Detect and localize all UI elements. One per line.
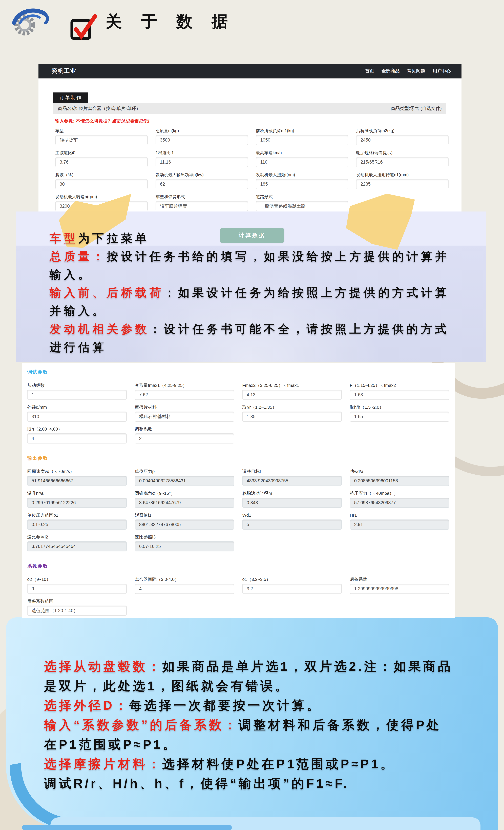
field-label: 爬坡（%） bbox=[55, 172, 148, 178]
note-text-segment: 车型 bbox=[49, 232, 78, 245]
field-input[interactable]: 选值范围（1.20-1.40） bbox=[27, 606, 127, 616]
field-label: 取h（2.00~4.00） bbox=[27, 426, 127, 432]
note-line: 总质量：按设计任务书给的填写，如果没给按上方提供的计算并 bbox=[49, 247, 473, 265]
field-output: 5 bbox=[242, 519, 342, 530]
section-title: 调试参数 bbox=[27, 369, 455, 375]
note-line: 并输入。 bbox=[49, 301, 473, 320]
note-text-segment: 是双片，此处选1，图纸就会有错误。 bbox=[44, 679, 290, 693]
field-output: 6.07-16.25 bbox=[135, 541, 234, 551]
note-text-segment: 调试R/r、H/h、h、f，使得“输出项”的F1≈F. bbox=[44, 776, 349, 790]
form-field: F（1.15-4.25）＜fmax21.63 bbox=[350, 383, 449, 400]
field-input[interactable]: 7.62 bbox=[135, 390, 234, 400]
form-field: δ2（9~10）9 bbox=[27, 577, 127, 594]
field-input[interactable]: 11.16 bbox=[156, 157, 248, 167]
product-info-bar: 商品名称: 膜片离合器（拉式-单片-单环） 商品类型:零售 (自选文件) bbox=[53, 103, 446, 114]
field-label: 车型和弹簧形式 bbox=[156, 194, 248, 199]
field-input[interactable]: 9 bbox=[27, 584, 127, 594]
note-text-segment: 选择摩擦片材料： bbox=[44, 757, 162, 771]
field-input[interactable]: 一般沥青路或混凝土路 bbox=[256, 201, 348, 211]
field-input[interactable]: 1.63 bbox=[350, 390, 449, 400]
form-field: 圆锥底角α（9~15°）8.647861692447679 bbox=[135, 490, 234, 508]
app-navbar: 奕帆工业 首页全部商品常见问题用户中心 bbox=[38, 64, 462, 79]
note-text-segment: 输入前、后桥载荷 bbox=[49, 286, 164, 299]
form-field: 前桥满载负荷m1(kg)1050 bbox=[256, 128, 348, 145]
form-field: 圆周速度vd（＜70m/s）51.91466666666667 bbox=[27, 469, 127, 486]
product-type-label: 商品类型:零售 (自选文件) bbox=[391, 105, 442, 111]
form-field: 后备系数范围选值范围（1.20-1.40） bbox=[27, 599, 127, 616]
field-input[interactable]: 3.76 bbox=[55, 157, 148, 167]
note-text-segment: 为下拉菜单 bbox=[78, 232, 149, 245]
field-input[interactable]: 2 bbox=[135, 434, 234, 444]
form-field: 1档速比i111.16 bbox=[156, 150, 248, 167]
field-output: 0.2997019956122226 bbox=[27, 498, 127, 508]
field-label: F（1.15-4.25）＜fmax2 bbox=[350, 383, 449, 388]
page-title: 关 于 数 据 bbox=[105, 11, 235, 33]
field-label: 外径d/mm bbox=[27, 405, 127, 410]
field-output: 0.343 bbox=[242, 498, 342, 508]
field-input[interactable]: 4 bbox=[27, 434, 127, 444]
product-name-label: 商品名称: 膜片离合器（拉式-单片-单环） bbox=[58, 105, 141, 111]
field-input[interactable]: 2285 bbox=[356, 179, 448, 189]
nav-link[interactable]: 常见问题 bbox=[407, 68, 425, 74]
navbar-brand[interactable]: 奕帆工业 bbox=[38, 67, 76, 75]
field-label: 离合器间隙（3.0-4.0） bbox=[135, 577, 234, 582]
field-input[interactable]: 3.2 bbox=[242, 584, 342, 594]
field-input[interactable]: 1050 bbox=[256, 135, 348, 145]
note-line: 车型为下拉菜单 bbox=[49, 229, 473, 247]
form-field: 后备系数1.2999999999999998 bbox=[350, 577, 449, 594]
field-label: Wd1 bbox=[242, 512, 342, 518]
checkbox-check-icon bbox=[69, 12, 99, 42]
parameter-grid: 圆周速度vd（＜70m/s）51.91466666666667单位压力p0.09… bbox=[27, 469, 455, 556]
nav-link[interactable]: 首页 bbox=[365, 68, 374, 74]
field-label: 后备系数范围 bbox=[27, 599, 127, 604]
nav-link[interactable]: 用户中心 bbox=[433, 68, 451, 74]
nav-link[interactable]: 全部商品 bbox=[381, 68, 400, 74]
field-input[interactable]: 3500 bbox=[156, 135, 248, 145]
note-text-segment: ：设计任务书可能不全，请按照上方提供的方式 bbox=[149, 322, 449, 335]
note-text-segment: 并输入。 bbox=[49, 304, 107, 317]
field-input[interactable]: 轿车膜片弹簧 bbox=[156, 201, 248, 211]
tab-order-create[interactable]: 订单制作 bbox=[53, 92, 88, 103]
field-input[interactable]: 模压石棉基材料 bbox=[135, 412, 234, 422]
field-input[interactable]: 1.35 bbox=[242, 412, 342, 422]
form-field: 挤压应力（＜40mpa））57.09876543209877 bbox=[350, 490, 449, 508]
form-field: 轮胎滚动半径m0.343 bbox=[242, 490, 342, 508]
field-label: Hr1 bbox=[350, 512, 449, 518]
form-field: 爬坡（%）30 bbox=[55, 172, 148, 189]
field-input[interactable]: 215/65R16 bbox=[356, 157, 448, 167]
field-output: 0.2085506396001158 bbox=[350, 476, 449, 486]
note-text-segment: 总质量： bbox=[49, 250, 107, 263]
form-field: Wd15 bbox=[242, 512, 342, 530]
note-line: 选择从动盘毂数：如果商品是单片选1，双片选2.注：如果商品 bbox=[44, 657, 494, 676]
field-input[interactable]: 1 bbox=[27, 390, 127, 400]
field-label: 温升hr/a bbox=[27, 490, 127, 496]
field-output: 0.1-0.25 bbox=[27, 519, 127, 530]
field-label: 圆锥底角α（9~15°） bbox=[135, 490, 234, 496]
form-field: 发动机最大扭矩转速n1(rpm)2285 bbox=[356, 172, 448, 189]
field-label: 变形量fmax1（4.25-9.25） bbox=[135, 383, 234, 388]
field-input[interactable]: 1.65 bbox=[350, 412, 449, 422]
parameter-grid: δ2（9~10）9离合器间隙（3.0-4.0）4δ1（3.2~3.5）3.2后备… bbox=[27, 577, 455, 618]
field-output: 51.91466666666667 bbox=[27, 476, 127, 486]
help-link[interactable]: 点击这里看帮助吧! bbox=[112, 119, 149, 124]
form-field: 速比参照i23.7617745454545464 bbox=[27, 534, 127, 551]
field-output: 4833.920430998755 bbox=[242, 476, 342, 486]
field-input[interactable]: 轻型货车 bbox=[55, 135, 148, 145]
form-field: 变形量fmax1（4.25-9.25）7.62 bbox=[135, 383, 234, 400]
field-input[interactable]: 110 bbox=[256, 157, 348, 167]
field-label: 调整系数 bbox=[135, 426, 234, 432]
form-field: 调整目标f4833.920430998755 bbox=[242, 469, 342, 486]
field-input[interactable]: 4.13 bbox=[242, 390, 342, 400]
field-input[interactable]: 2450 bbox=[356, 135, 448, 145]
form-field: 发动机最大输出功率p(kw)62 bbox=[156, 172, 248, 189]
form-field: 道路形式一般沥青路或混凝土路 bbox=[256, 194, 348, 211]
field-output: 2.91 bbox=[350, 519, 449, 530]
field-input[interactable]: 62 bbox=[156, 179, 248, 189]
field-input[interactable]: 185 bbox=[256, 179, 348, 189]
field-input[interactable]: 30 bbox=[55, 179, 148, 189]
field-input[interactable]: 310 bbox=[27, 412, 127, 422]
field-label: 速比参照i2 bbox=[27, 534, 127, 540]
field-input[interactable]: 4 bbox=[135, 584, 234, 594]
form-field: 速比参照i36.07-16.25 bbox=[135, 534, 234, 551]
field-input[interactable]: 1.2999999999999998 bbox=[350, 584, 449, 594]
